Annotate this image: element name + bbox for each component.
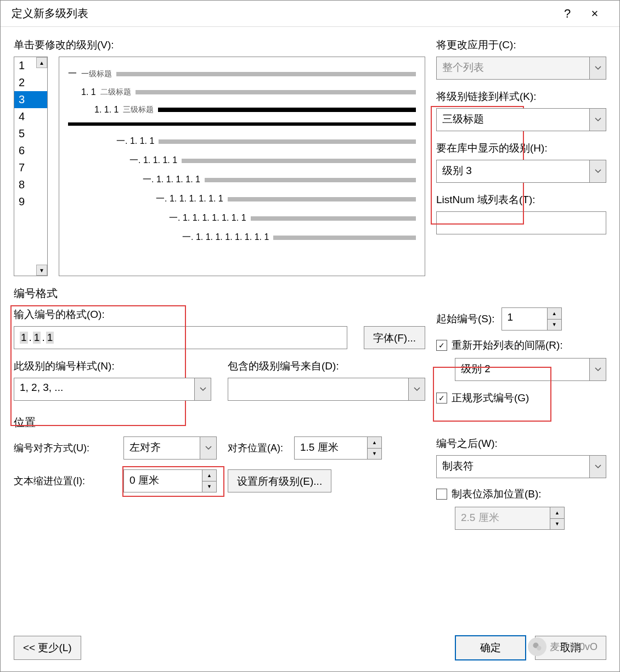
preview-subline: 一. 1. 1. 1. 1 — [68, 155, 416, 166]
spinner-down-icon[interactable]: ▼ — [368, 449, 381, 460]
chevron-down-icon — [194, 378, 211, 400]
cancel-button[interactable]: 取消 — [535, 636, 606, 660]
preview-subline: 一. 1. 1. 1. 1. 1. 1. 1 — [68, 212, 416, 224]
chevron-down-icon — [408, 378, 425, 400]
include-from-select[interactable] — [228, 378, 425, 401]
chevron-down-icon — [200, 437, 216, 459]
close-button[interactable]: × — [581, 7, 608, 21]
number-style-value: 1, 2, 3, ... — [14, 378, 194, 400]
ok-button[interactable]: 确定 — [455, 635, 526, 660]
apply-to-select[interactable]: 整个列表 — [436, 57, 606, 80]
gallery-level-label: 要在库中显示的级别(H): — [436, 141, 606, 155]
position-section-title: 位置 — [14, 415, 606, 430]
preview-pane: 一一级标题1. 1二级标题1. 1. 1三级标题一. 1. 1. 1一. 1. … — [59, 57, 425, 276]
level-item-2[interactable]: 2 — [14, 74, 47, 91]
chevron-down-icon — [589, 109, 606, 131]
preview-line: 一一级标题 — [68, 68, 416, 80]
listnum-label: ListNum 域列表名(T): — [436, 193, 606, 207]
include-from-label: 包含的级别编号来自(D): — [228, 359, 425, 373]
start-at-label: 起始编号(S): — [436, 312, 495, 326]
level-item-8[interactable]: 8 — [14, 176, 47, 193]
preview-subline: 一. 1. 1. 1. 1. 1. 1. 1. 1 — [68, 232, 416, 243]
follow-label: 编号之后(W): — [436, 436, 606, 451]
preview-subline: 一. 1. 1. 1. 1. 1 — [68, 174, 416, 186]
chevron-down-icon — [589, 57, 606, 79]
preview-separator — [68, 122, 416, 126]
font-button[interactable]: 字体(F)... — [364, 326, 425, 349]
restart-level-value: 级别 2 — [455, 359, 589, 380]
link-style-select[interactable]: 三级标题 — [436, 108, 606, 131]
apply-to-value: 整个列表 — [437, 57, 589, 79]
chevron-down-icon — [589, 160, 606, 182]
align-at-label: 对齐位置(A): — [228, 441, 283, 455]
less-button[interactable]: << 更少(L) — [14, 636, 81, 660]
gallery-level-value: 级别 3 — [437, 160, 589, 182]
listnum-input[interactable] — [436, 211, 606, 234]
titlebar: 定义新多级列表 ? × — [1, 1, 619, 27]
level-list-label: 单击要修改的级别(V): — [14, 38, 425, 52]
spinner-up-icon[interactable]: ▲ — [202, 470, 216, 481]
link-style-label: 将级别链接到样式(K): — [436, 89, 606, 104]
level-item-6[interactable]: 6 — [14, 142, 47, 159]
text-indent-label: 文本缩进位置(I): — [14, 474, 112, 488]
include-from-value — [228, 378, 408, 400]
align-value: 左对齐 — [124, 437, 200, 459]
dialog-define-multilevel-list: 定义新多级列表 ? × 单击要修改的级别(V): ▲ 123456789 ▼ 一… — [0, 0, 620, 672]
start-at-value: 1 — [502, 308, 547, 330]
number-format-input[interactable]: 1.1.1 — [14, 326, 347, 349]
content-area: 单击要修改的级别(V): ▲ 123456789 ▼ 一一级标题1. 1二级标题… — [1, 27, 619, 541]
tab-stop-label: 制表位添加位置(B): — [452, 487, 542, 501]
restart-level-select[interactable]: 级别 2 — [455, 358, 606, 381]
apply-to-label: 将更改应用于(C): — [436, 38, 606, 52]
text-indent-value: 0 厘米 — [124, 470, 202, 492]
right-column: 将更改应用于(C): 整个列表 将级别链接到样式(K): 三级标题 — [436, 38, 606, 276]
spinner-down-icon[interactable]: ▼ — [550, 519, 564, 530]
align-at-spinner[interactable]: 1.5 厘米 ▲▼ — [294, 436, 382, 460]
tab-stop-checkbox[interactable]: 制表位添加位置(B): — [436, 487, 606, 501]
number-style-label: 此级别的编号样式(N): — [14, 359, 211, 373]
restart-label: 重新开始列表的间隔(R): — [452, 338, 563, 352]
dialog-title: 定义新多级列表 — [12, 6, 554, 21]
align-at-value: 1.5 厘米 — [295, 437, 367, 459]
preview-line: 1. 1. 1三级标题 — [68, 105, 416, 115]
spinner-down-icon[interactable]: ▼ — [202, 481, 216, 492]
level-item-5[interactable]: 5 — [14, 125, 47, 142]
number-format-section-title: 编号格式 — [14, 286, 606, 301]
level-item-7[interactable]: 7 — [14, 159, 47, 176]
preview-subline: 一. 1. 1. 1. 1. 1. 1 — [68, 193, 416, 205]
spinner-down-icon[interactable]: ▼ — [548, 320, 561, 331]
level-list[interactable]: ▲ 123456789 ▼ — [14, 57, 48, 276]
level-item-3[interactable]: 3 — [14, 91, 47, 108]
number-style-select[interactable]: 1, 2, 3, ... — [14, 378, 211, 401]
legal-checkbox[interactable]: ✓ 正规形式编号(G) — [436, 391, 606, 405]
footer: << 更少(L) 确定 取消 — [1, 624, 619, 671]
checkbox-checked-icon: ✓ — [436, 340, 447, 351]
tab-stop-value: 2.5 厘米 — [455, 507, 550, 529]
spinner-up-icon[interactable]: ▲ — [550, 507, 564, 519]
spinner-up-icon[interactable]: ▲ — [548, 308, 561, 320]
tab-stop-spinner[interactable]: 2.5 厘米 ▲▼ — [455, 507, 565, 530]
restart-checkbox[interactable]: ✓ 重新开始列表的间隔(R): — [436, 338, 606, 352]
checkbox-unchecked-icon — [436, 489, 447, 500]
scroll-up-icon[interactable]: ▲ — [36, 57, 47, 68]
level-item-9[interactable]: 9 — [14, 193, 47, 210]
chevron-down-icon — [589, 456, 606, 478]
align-label: 编号对齐方式(U): — [14, 441, 112, 455]
chevron-down-icon — [589, 359, 606, 380]
text-indent-spinner[interactable]: 0 厘米 ▲▼ — [123, 469, 217, 492]
start-at-spinner[interactable]: 1 ▲▼ — [501, 307, 562, 331]
gallery-level-select[interactable]: 级别 3 — [436, 160, 606, 183]
follow-value: 制表符 — [437, 456, 589, 478]
help-button[interactable]: ? — [554, 7, 581, 21]
preview-subline: 一. 1. 1. 1 — [68, 136, 416, 147]
checkbox-checked-icon: ✓ — [436, 393, 447, 404]
follow-select[interactable]: 制表符 — [436, 455, 606, 478]
level-item-4[interactable]: 4 — [14, 108, 47, 125]
scroll-down-icon[interactable]: ▼ — [36, 265, 47, 276]
align-select[interactable]: 左对齐 — [123, 436, 217, 460]
spinner-up-icon[interactable]: ▲ — [368, 437, 381, 449]
preview-line: 1. 1二级标题 — [68, 87, 416, 97]
set-all-levels-button[interactable]: 设置所有级别(E)... — [228, 469, 331, 492]
link-style-value: 三级标题 — [437, 109, 589, 131]
enter-format-label: 输入编号的格式(O): — [14, 307, 347, 322]
